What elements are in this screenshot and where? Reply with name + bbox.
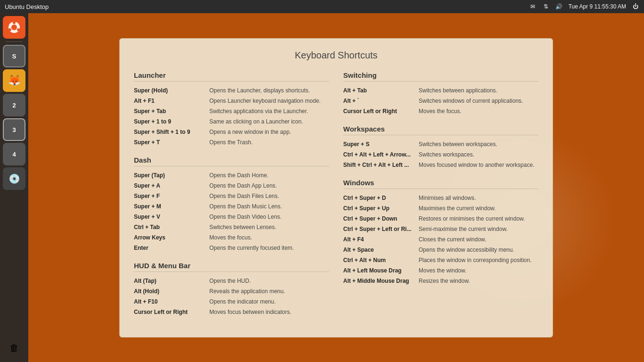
shortcut-row: Arrow KeysMoves the focus.	[134, 233, 329, 242]
shortcut-row: Alt + `Switches windows of current appli…	[343, 97, 538, 105]
section-windows-title: Windows	[343, 179, 538, 189]
section-launcher: Launcher Super (Hold)Opens the Launcher,…	[134, 71, 329, 147]
shortcut-key: Super (Tap)	[134, 171, 209, 180]
volume-icon[interactable]: 🔊	[555, 3, 563, 10]
svg-point-2	[13, 21, 16, 24]
shortcut-key: Alt (Tap)	[134, 277, 209, 285]
network-icon[interactable]: ⇅	[542, 3, 550, 10]
launcher: S 🦊 2 3 4 💿 🗑	[0, 13, 28, 362]
shortcut-key: Alt + Left Mouse Drag	[343, 266, 419, 275]
shortcuts-body: Launcher Super (Hold)Opens the Launcher,…	[134, 71, 538, 326]
launcher-item-firefox[interactable]: 🦊	[3, 69, 25, 92]
shortcut-key: Ctrl + Super + Up	[343, 204, 419, 213]
shortcut-key: Ctrl + Tab	[134, 223, 209, 231]
shortcut-key: Ctrl + Super + Down	[343, 214, 419, 223]
launcher-item-4[interactable]: 4	[3, 143, 25, 165]
shortcut-key: Super + A	[134, 181, 209, 190]
shortcut-desc: Switches applications via the Launcher.	[209, 107, 308, 115]
svg-point-4	[8, 28, 11, 31]
email-icon[interactable]: ✉	[529, 3, 537, 10]
launcher-2-label: 2	[12, 102, 16, 109]
shortcut-row: Alt + TabSwitches between applications.	[343, 86, 538, 95]
shortcut-row: Ctrl + Alt + Left + Arrow...Switches wor…	[343, 150, 538, 159]
shortcut-key: Ctrl + Super + D	[343, 194, 419, 202]
shortcut-desc: Moves the focus.	[419, 107, 462, 115]
shortcut-desc: Opens the Dash App Lens.	[209, 181, 277, 190]
section-hud: HUD & Menu Bar Alt (Tap)Opens the HUD.Al…	[134, 262, 329, 316]
launcher-item-2[interactable]: 2	[3, 94, 25, 116]
launcher-item-dvd[interactable]: 💿	[3, 167, 25, 190]
shortcuts-title: Keyboard Shortcuts	[134, 50, 538, 61]
shortcut-key: Ctrl + Alt + Left + Arrow...	[343, 150, 419, 159]
shortcut-key: Super + Tab	[134, 107, 209, 115]
shortcut-key: Shift + Ctrl + Alt + Left ...	[343, 161, 419, 169]
launcher-item-s[interactable]: S	[3, 45, 25, 67]
shortcut-desc: Opens the currently focused item.	[209, 244, 294, 252]
switching-rows: Alt + TabSwitches between applications.A…	[343, 86, 538, 115]
shortcut-row: Super + VOpens the Dash Video Lens.	[134, 213, 329, 221]
shortcut-row: Alt (Hold)Reveals the application menu.	[134, 287, 329, 296]
shortcut-desc: Moves focus between indicators.	[209, 308, 291, 316]
shortcut-key: Alt + F10	[134, 297, 209, 306]
launcher-item-ubuntu[interactable]	[3, 16, 25, 39]
shortcut-row: Super + 1 to 9Same as clicking on a Laun…	[134, 117, 329, 126]
shortcut-row: Super + AOpens the Dash App Lens.	[134, 181, 329, 190]
shortcut-key: Super + S	[343, 140, 419, 148]
launcher-item-3[interactable]: 3	[3, 118, 25, 141]
launcher-item-trash[interactable]: 🗑	[3, 337, 25, 359]
dash-rows: Super (Tap)Opens the Dash Home.Super + A…	[134, 171, 329, 252]
windows-rows: Ctrl + Super + DMinimises all windows.Ct…	[343, 194, 538, 285]
shortcut-row: Super (Hold)Opens the Launcher, displays…	[134, 86, 329, 95]
shortcut-desc: Moves the window.	[419, 266, 466, 275]
shortcut-desc: Opens Launcher keyboard navigation mode.	[209, 97, 321, 105]
shortcut-key: Alt + F4	[343, 235, 419, 244]
shortcut-desc: Switches between Lenses.	[209, 223, 276, 231]
shortcut-desc: Moves focused window to another workspac…	[419, 161, 534, 169]
section-windows: Windows Ctrl + Super + DMinimises all wi…	[343, 179, 538, 285]
shortcut-key: Cursor Left or Right	[343, 107, 419, 115]
shortcut-key: Alt + F1	[134, 97, 209, 105]
shortcut-key: Alt + Middle Mouse Drag	[343, 277, 419, 285]
section-dash: Dash Super (Tap)Opens the Dash Home.Supe…	[134, 156, 329, 252]
shortcut-key: Ctrl + Alt + Num	[343, 256, 419, 264]
shortcut-desc: Same as clicking on a Launcher icon.	[209, 117, 303, 126]
workspaces-rows: Super + SSwitches between workspaces.Ctr…	[343, 140, 538, 169]
shortcut-row: Ctrl + Alt + NumPlaces the window in cor…	[343, 256, 538, 264]
firefox-icon: 🦊	[8, 74, 21, 87]
shortcut-desc: Opens the Dash Files Lens.	[209, 192, 279, 200]
shortcut-desc: Opens the Dash Video Lens.	[209, 213, 281, 221]
shortcut-key: Enter	[134, 244, 209, 252]
shortcut-row: Cursor Left or RightMoves the focus.	[343, 107, 538, 115]
section-dash-title: Dash	[134, 156, 329, 166]
shortcut-desc: Opens the Launcher, displays shortcuts.	[209, 86, 310, 95]
shortcut-row: Alt (Tap)Opens the HUD.	[134, 277, 329, 285]
right-column: Switching Alt + TabSwitches between appl…	[343, 71, 538, 326]
shortcut-row: Super + SSwitches between workspaces.	[343, 140, 538, 148]
launcher-rows: Super (Hold)Opens the Launcher, displays…	[134, 86, 329, 147]
shortcut-row: Alt + F1Opens Launcher keyboard navigati…	[134, 97, 329, 105]
shortcut-row: Ctrl + Super + DMinimises all windows.	[343, 194, 538, 202]
shortcut-key: Alt + Tab	[343, 86, 419, 95]
taskbar-time: Tue Apr 9 11:55:30 AM	[569, 3, 626, 10]
shortcut-row: Super + FOpens the Dash Files Lens.	[134, 192, 329, 200]
shortcut-desc: Opens the window accessibility menu.	[419, 246, 514, 254]
shortcut-desc: Moves the focus.	[209, 233, 252, 242]
shortcut-key: Arrow Keys	[134, 233, 209, 242]
shortcut-desc: Opens the Dash Home.	[209, 171, 268, 180]
section-launcher-title: Launcher	[134, 71, 329, 82]
shortcut-row: Super + TabSwitches applications via the…	[134, 107, 329, 115]
trash-icon: 🗑	[9, 343, 19, 354]
hud-rows: Alt (Tap)Opens the HUD.Alt (Hold)Reveals…	[134, 277, 329, 316]
shortcut-desc: Switches workspaces.	[419, 150, 474, 159]
taskbar-right: ✉ ⇅ 🔊 Tue Apr 9 11:55:30 AM ⏻	[529, 3, 639, 10]
svg-point-1	[11, 25, 17, 30]
power-icon[interactable]: ⏻	[632, 3, 639, 10]
section-switching-title: Switching	[343, 71, 538, 82]
shortcuts-panel: Keyboard Shortcuts Launcher Super (Hold)…	[119, 38, 553, 337]
shortcut-desc: Semi-maximise the current window.	[419, 225, 508, 233]
shortcut-row: Shift + Ctrl + Alt + Left ...Moves focus…	[343, 161, 538, 169]
shortcut-row: Super (Tap)Opens the Dash Home.	[134, 171, 329, 180]
shortcut-row: Super + MOpens the Dash Music Lens.	[134, 202, 329, 211]
shortcut-desc: Switches between workspaces.	[419, 140, 497, 148]
taskbar-title: Ubuntu Desktop	[5, 3, 49, 10]
